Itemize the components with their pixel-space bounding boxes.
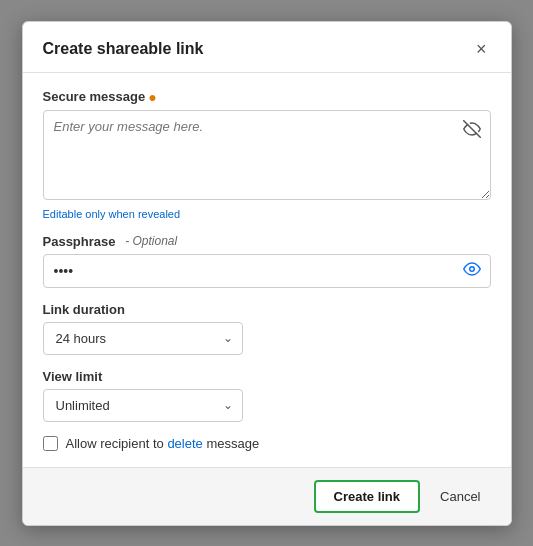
passphrase-toggle-visibility-button[interactable]: [461, 258, 483, 284]
dialog-body: Secure message ● Editable only when reve…: [23, 73, 511, 467]
cancel-button[interactable]: Cancel: [430, 482, 490, 511]
view-limit-select[interactable]: 1 5 10 25 Unlimited: [43, 389, 243, 422]
message-textarea[interactable]: [43, 110, 491, 200]
create-link-button[interactable]: Create link: [314, 480, 420, 513]
create-shareable-link-dialog: Create shareable link × Secure message ●: [22, 21, 512, 526]
passphrase-field-group: Passphrase - Optional: [43, 234, 491, 288]
view-limit-field-group: View limit 1 5 10 25 Unlimited ⌄: [43, 369, 491, 422]
eye-off-icon: [463, 120, 481, 138]
link-duration-field-group: Link duration 1 hour 12 hours 24 hours 7…: [43, 302, 491, 355]
allow-delete-row: Allow recipient to delete message: [43, 436, 491, 451]
passphrase-label: Passphrase - Optional: [43, 234, 491, 249]
optional-label: - Optional: [125, 234, 177, 248]
message-textarea-wrapper: [43, 110, 491, 204]
link-duration-select[interactable]: 1 hour 12 hours 24 hours 7 days 30 days …: [43, 322, 243, 355]
link-duration-select-wrapper: 1 hour 12 hours 24 hours 7 days 30 days …: [43, 322, 243, 355]
close-button[interactable]: ×: [472, 38, 491, 60]
required-indicator: ●: [148, 89, 156, 105]
editable-note: Editable only when revealed: [43, 208, 491, 220]
message-toggle-visibility-button[interactable]: [461, 118, 483, 144]
secure-message-label: Secure message ●: [43, 89, 491, 105]
svg-point-1: [469, 266, 474, 271]
view-limit-label: View limit: [43, 369, 491, 384]
dialog-footer: Create link Cancel: [23, 467, 511, 525]
allow-delete-checkbox[interactable]: [43, 436, 58, 451]
view-limit-select-wrapper: 1 5 10 25 Unlimited ⌄: [43, 389, 243, 422]
delete-link[interactable]: delete: [167, 436, 202, 451]
link-duration-label: Link duration: [43, 302, 491, 317]
dialog-header: Create shareable link ×: [23, 22, 511, 73]
eye-icon: [463, 260, 481, 278]
dialog-title: Create shareable link: [43, 40, 204, 58]
passphrase-input-wrapper: [43, 254, 491, 288]
secure-message-field-group: Secure message ● Editable only when reve…: [43, 89, 491, 220]
passphrase-input[interactable]: [43, 254, 491, 288]
allow-delete-label: Allow recipient to delete message: [66, 436, 260, 451]
